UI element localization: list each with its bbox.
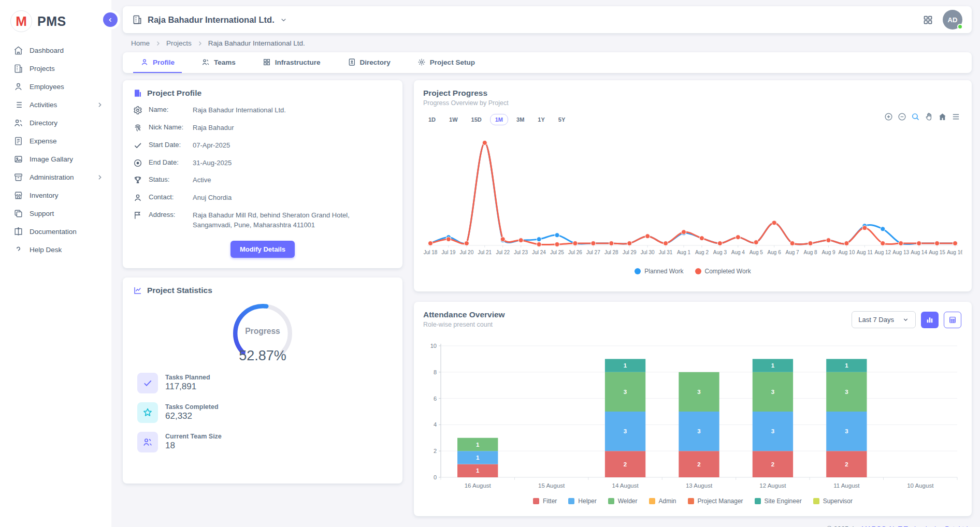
modify-details-button[interactable]: Modify Details bbox=[230, 241, 295, 258]
range-dropdown[interactable]: Last 7 Days bbox=[852, 311, 916, 328]
book-icon bbox=[13, 227, 23, 237]
svg-text:3: 3 bbox=[771, 428, 774, 434]
svg-text:Aug 4: Aug 4 bbox=[731, 250, 745, 255]
selection-zoom-icon[interactable] bbox=[911, 112, 920, 121]
legend-item[interactable]: Admin bbox=[649, 497, 676, 505]
svg-text:3: 3 bbox=[845, 389, 848, 395]
range-15d[interactable]: 15D bbox=[466, 114, 487, 125]
project-profile-card: Project Profile Name: Raja Bahadur Inter… bbox=[123, 80, 402, 268]
tab-teams[interactable]: Teams bbox=[194, 52, 243, 73]
tab-project-setup[interactable]: Project Setup bbox=[410, 52, 482, 73]
stat-team-size: Current Team Size 18 bbox=[133, 432, 392, 452]
sidebar-item-directory[interactable]: Directory bbox=[0, 114, 111, 132]
sidebar-item-expense[interactable]: Expense bbox=[0, 132, 111, 150]
legend-item[interactable]: Fitter bbox=[533, 497, 557, 505]
app-logo[interactable]: M PMS bbox=[0, 7, 111, 41]
legend-item[interactable]: Planned Work bbox=[635, 268, 683, 275]
building-icon bbox=[13, 64, 23, 74]
chart-line-icon bbox=[133, 286, 142, 295]
sidebar-item-label: Help Desk bbox=[30, 246, 62, 254]
svg-text:Aug 11: Aug 11 bbox=[857, 250, 873, 255]
svg-text:Aug 2: Aug 2 bbox=[695, 250, 709, 255]
sidebar-item-documentation[interactable]: Documentation bbox=[0, 223, 111, 241]
sidebar-item-activities[interactable]: Activities bbox=[0, 96, 111, 114]
legend-item[interactable]: Completed Work bbox=[695, 268, 751, 275]
sidebar-item-inventory[interactable]: Inventory bbox=[0, 186, 111, 204]
tab-directory[interactable]: Directory bbox=[340, 52, 398, 73]
range-1d[interactable]: 1D bbox=[423, 114, 441, 125]
svg-text:2: 2 bbox=[624, 461, 627, 467]
project-progress-chart[interactable]: Jul 18Jul 19Jul 20Jul 21Jul 22Jul 23Jul … bbox=[423, 127, 962, 265]
home-icon bbox=[13, 46, 23, 55]
svg-text:3: 3 bbox=[697, 428, 700, 434]
sidebar-item-dashboard[interactable]: Dashboard bbox=[0, 41, 111, 60]
circle-dot-icon bbox=[133, 158, 142, 168]
user-icon bbox=[140, 58, 149, 66]
range-3m[interactable]: 3M bbox=[511, 114, 529, 125]
range-1m[interactable]: 1M bbox=[490, 114, 508, 125]
archive-icon bbox=[13, 172, 23, 182]
reset-home-icon[interactable] bbox=[938, 112, 947, 121]
field-label: Address: bbox=[149, 211, 193, 218]
svg-text:8: 8 bbox=[434, 369, 437, 375]
tab-infrastructure[interactable]: Infrastructure bbox=[255, 52, 328, 73]
sidebar-item-projects[interactable]: Projects bbox=[0, 60, 111, 78]
range-5y[interactable]: 5Y bbox=[553, 114, 570, 125]
svg-text:Jul 21: Jul 21 bbox=[478, 250, 492, 255]
user-icon bbox=[133, 193, 142, 202]
svg-text:Aug 7: Aug 7 bbox=[786, 250, 800, 255]
svg-text:Aug 16: Aug 16 bbox=[947, 250, 962, 255]
attendance-chart[interactable]: 024681011116 August15 August233114 Augus… bbox=[423, 342, 962, 494]
legend-item[interactable]: Welder bbox=[608, 497, 638, 505]
field-end-date: End Date: 31-Aug-2025 bbox=[133, 158, 392, 168]
stat-label: Tasks Completed bbox=[165, 403, 219, 411]
bar-view-button[interactable] bbox=[921, 312, 939, 328]
table-view-button[interactable] bbox=[944, 312, 961, 328]
svg-text:Jul 31: Jul 31 bbox=[659, 250, 673, 255]
svg-text:Aug 12: Aug 12 bbox=[874, 250, 891, 255]
sidebar: M PMS Dashboard Projects Employees Activ… bbox=[0, 0, 111, 527]
company-selector[interactable]: Raja Bahadur International Ltd. bbox=[132, 14, 287, 25]
breadcrumb-home[interactable]: Home bbox=[131, 39, 150, 47]
svg-text:Aug 10: Aug 10 bbox=[839, 250, 855, 255]
range-1y[interactable]: 1Y bbox=[532, 114, 550, 125]
field-label: Contact: bbox=[149, 193, 193, 201]
building-badge-icon bbox=[133, 89, 142, 98]
chevron-right-icon bbox=[155, 40, 161, 47]
user-avatar[interactable]: AD bbox=[943, 10, 962, 30]
attendance-controls: Last 7 Days bbox=[852, 311, 961, 328]
legend-item[interactable]: Project Manager bbox=[688, 497, 743, 505]
sidebar-item-employees[interactable]: Employees bbox=[0, 78, 111, 96]
range-1w[interactable]: 1W bbox=[444, 114, 463, 125]
svg-text:Jul 28: Jul 28 bbox=[604, 250, 618, 255]
project-progress-card: Project Progress Progress Overview by Pr… bbox=[414, 80, 972, 291]
field-label: Start Date: bbox=[149, 141, 193, 149]
breadcrumb-current: Raja Bahadur International Ltd. bbox=[208, 39, 305, 47]
svg-text:2: 2 bbox=[697, 461, 700, 467]
sidebar-collapse-button[interactable] bbox=[103, 12, 118, 27]
legend-item[interactable]: Helper bbox=[568, 497, 596, 505]
svg-text:Jul 30: Jul 30 bbox=[641, 250, 655, 255]
svg-text:Jul 23: Jul 23 bbox=[514, 250, 528, 255]
sidebar-item-image-gallery[interactable]: Image Gallary bbox=[0, 150, 111, 168]
breadcrumb-projects[interactable]: Projects bbox=[166, 39, 192, 47]
legend-item[interactable]: Site Engineer bbox=[755, 497, 802, 505]
company-link[interactable]: MARCO AIoT Technologies Pvt. Ltd. bbox=[861, 525, 970, 527]
pan-hand-icon[interactable] bbox=[925, 112, 933, 121]
tab-profile[interactable]: Profile bbox=[133, 52, 182, 73]
field-name: Name: Raja Bahadur International Ltd. bbox=[133, 106, 392, 115]
sidebar-item-support[interactable]: Support bbox=[0, 204, 111, 223]
svg-text:Aug 9: Aug 9 bbox=[822, 250, 835, 255]
field-start-date: Start Date: 07-Apr-2025 bbox=[133, 141, 392, 151]
zoom-out-icon[interactable] bbox=[898, 112, 906, 121]
sidebar-item-administration[interactable]: Administration bbox=[0, 168, 111, 186]
field-value: 31-Aug-2025 bbox=[193, 158, 235, 168]
zoom-in-icon[interactable] bbox=[884, 112, 893, 121]
menu-icon[interactable] bbox=[952, 112, 960, 121]
field-value: Raja Bahadur Mill Rd, behind Sheraton Gr… bbox=[193, 211, 392, 230]
apps-grid-icon[interactable] bbox=[923, 14, 933, 25]
sidebar-item-label: Support bbox=[30, 210, 54, 217]
sidebar-item-help-desk[interactable]: Help Desk bbox=[0, 241, 111, 259]
legend-item[interactable]: Supervisor bbox=[813, 497, 853, 505]
chevron-right-icon bbox=[197, 40, 203, 47]
